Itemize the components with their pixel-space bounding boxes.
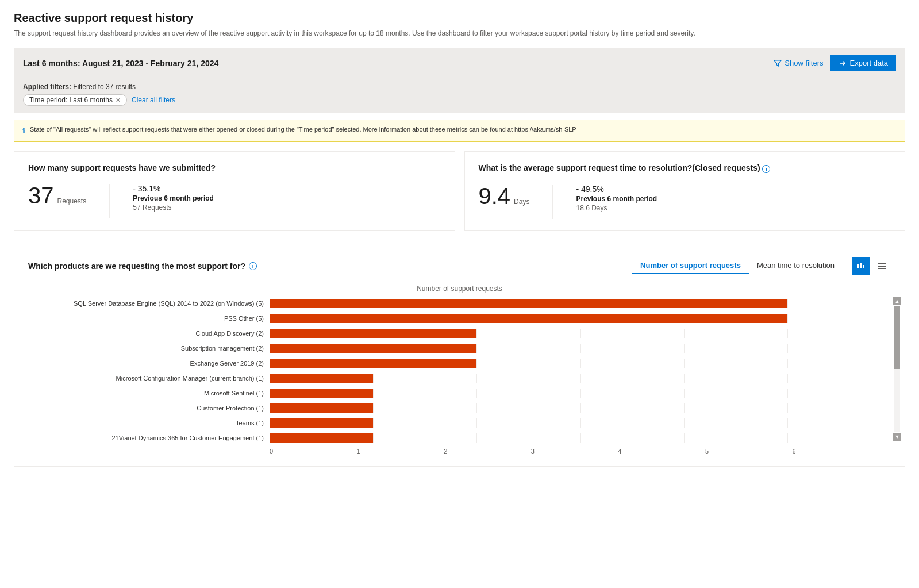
bar-row: Microsoft Configuration Manager (current… xyxy=(28,372,891,385)
bar-row: 21Vianet Dynamics 365 for Customer Engag… xyxy=(28,432,891,444)
metric-unit-2: Days xyxy=(514,198,529,206)
x-tick: 5 xyxy=(705,448,793,455)
page-description: The support request history dashboard pr… xyxy=(14,28,905,39)
chart-view-icons xyxy=(852,257,891,275)
chart-y-label: Number of support requests xyxy=(28,285,891,293)
bar-row: Customer Protection (1) xyxy=(28,402,891,414)
info-banner-text: State of "All requests" will reflect sup… xyxy=(30,125,576,134)
metric-unit-1: Requests xyxy=(57,197,87,205)
chart-tabs: Number of support requests Mean time to … xyxy=(632,258,843,274)
applied-filters-label: Applied filters: Filtered to 37 results xyxy=(23,83,896,91)
list-view-button[interactable] xyxy=(872,257,891,275)
bar-row: Teams (1) xyxy=(28,417,891,429)
bar-label: PSS Other (5) xyxy=(28,315,270,322)
bar-area xyxy=(270,329,891,338)
tab-number-of-requests[interactable]: Number of support requests xyxy=(632,258,749,274)
clear-all-filters-button[interactable]: Clear all filters xyxy=(132,96,175,104)
chart-title: Which products are we requesting the mos… xyxy=(28,262,257,271)
bar-label: Cloud App Discovery (2) xyxy=(28,330,270,337)
chart-controls: Number of support requests Mean time to … xyxy=(632,257,891,275)
scroll-control: ▲ ▼ xyxy=(893,297,901,441)
metric-card-title-1: How many support requests have we submit… xyxy=(28,163,441,172)
divider-1 xyxy=(109,184,110,218)
bar-fill xyxy=(270,299,787,308)
x-tick: 0 xyxy=(270,448,357,455)
export-data-button[interactable]: Export data xyxy=(830,55,897,71)
chart-header: Which products are we requesting the mos… xyxy=(28,257,891,275)
scroll-track xyxy=(894,306,900,432)
bar-fill xyxy=(270,374,373,383)
bar-area xyxy=(270,374,891,383)
bar-label: Subscription management (2) xyxy=(28,345,270,352)
metric-prev-label-2: Previous 6 month period xyxy=(576,195,657,203)
metric-main-1: 37 Requests xyxy=(28,184,86,207)
metric-prev-label-1: Previous 6 month period xyxy=(133,194,214,202)
metrics-row: How many support requests have we submit… xyxy=(14,151,905,231)
show-filters-button[interactable]: Show filters xyxy=(774,59,823,67)
info-banner: ℹ State of "All requests" will reflect s… xyxy=(14,120,905,142)
svg-rect-2 xyxy=(863,265,864,268)
bar-row: Subscription management (2) xyxy=(28,342,891,355)
bar-area xyxy=(270,359,891,368)
bar-label: 21Vianet Dynamics 365 for Customer Engag… xyxy=(28,435,270,441)
bar-fill xyxy=(270,389,373,398)
x-tick: 6 xyxy=(792,448,879,455)
bar-label: Microsoft Sentinel (1) xyxy=(28,390,270,397)
chip-label: Time period: Last 6 months xyxy=(29,96,113,104)
filters-bar: Applied filters: Filtered to 37 results … xyxy=(14,78,905,113)
bar-row: Microsoft Sentinel (1) xyxy=(28,387,891,399)
scroll-down-button[interactable]: ▼ xyxy=(893,433,901,441)
filter-chips: Time period: Last 6 months ✕ Clear all f… xyxy=(23,94,896,106)
metric-values-2: 9.4 Days - 49.5% Previous 6 month period… xyxy=(479,185,891,219)
metric2-info-icon[interactable]: i xyxy=(762,165,770,173)
filtered-results-count: Filtered to 37 results xyxy=(73,83,136,91)
tab-mean-time-resolution[interactable]: Mean time to resolution xyxy=(749,258,843,274)
metric-card-requests: How many support requests have we submit… xyxy=(14,151,455,231)
export-icon xyxy=(839,59,847,67)
metric-number-1: 37 xyxy=(28,184,54,207)
chip-close-icon[interactable]: ✕ xyxy=(116,97,121,104)
filter-icon xyxy=(774,59,782,67)
bar-area xyxy=(270,344,891,353)
bar-fill xyxy=(270,403,373,413)
bar-label: Microsoft Configuration Manager (current… xyxy=(28,375,270,382)
bar-label: Exchange Server 2019 (2) xyxy=(28,360,270,367)
svg-rect-4 xyxy=(878,266,886,267)
bar-area xyxy=(270,418,891,428)
scroll-up-button[interactable]: ▲ xyxy=(893,297,901,305)
date-actions: Show filters Export data xyxy=(774,55,896,71)
svg-rect-3 xyxy=(878,263,886,264)
bar-row: Exchange Server 2019 (2) xyxy=(28,357,891,370)
info-icon: ℹ xyxy=(22,125,25,137)
bar-fill xyxy=(270,359,476,368)
bar-row: PSS Other (5) xyxy=(28,312,891,325)
page-title: Reactive support request history xyxy=(14,11,905,25)
time-period-chip: Time period: Last 6 months ✕ xyxy=(23,94,127,106)
chart-info-icon[interactable]: i xyxy=(249,262,257,270)
x-tick: 3 xyxy=(531,448,618,455)
bar-fill xyxy=(270,314,787,323)
metric-pct-1: - 35.1% xyxy=(133,184,214,193)
metric-prev-value-1: 57 Requests xyxy=(133,203,214,212)
chart-wrapper: SQL Server Database Engine (SQL) 2014 to… xyxy=(28,297,891,455)
date-range: Last 6 months: August 21, 2023 - Februar… xyxy=(23,59,218,68)
divider-2 xyxy=(552,185,553,219)
bar-chart-icon xyxy=(856,262,866,271)
metric-pct-2: - 49.5% xyxy=(576,185,657,194)
metric-values-1: 37 Requests - 35.1% Previous 6 month per… xyxy=(28,184,441,218)
scroll-thumb xyxy=(894,306,900,369)
bar-chart-view-button[interactable] xyxy=(852,257,870,275)
bar-area xyxy=(270,433,891,443)
bar-fill xyxy=(270,344,476,353)
date-bar: Last 6 months: August 21, 2023 - Februar… xyxy=(14,48,905,78)
metric-main-2: 9.4 Days xyxy=(479,185,530,207)
svg-rect-5 xyxy=(878,268,886,269)
bar-chart: SQL Server Database Engine (SQL) 2014 to… xyxy=(28,297,891,444)
bar-fill xyxy=(270,418,373,428)
metric-prev-value-2: 18.6 Days xyxy=(576,204,657,212)
x-tick: 2 xyxy=(444,448,531,455)
bar-row: SQL Server Database Engine (SQL) 2014 to… xyxy=(28,297,891,310)
bar-area xyxy=(270,389,891,398)
bar-label: Customer Protection (1) xyxy=(28,405,270,412)
x-tick: 4 xyxy=(618,448,705,455)
